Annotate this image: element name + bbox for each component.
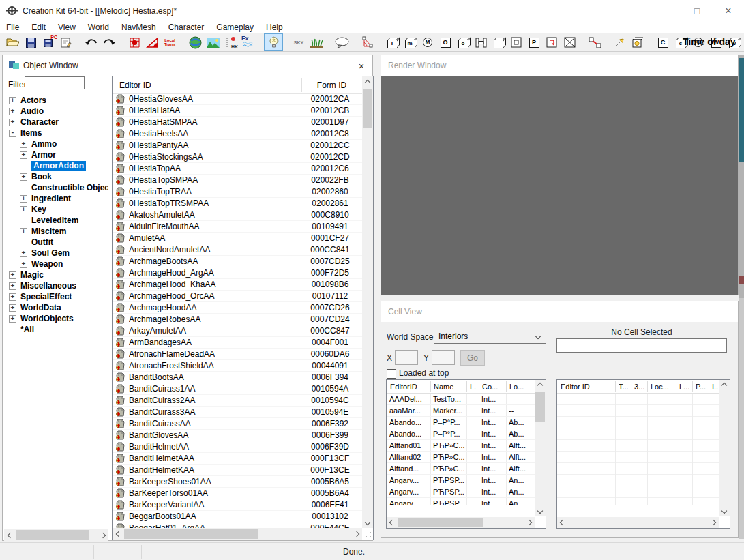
tree-item-miscitem[interactable]: +MiscItem — [4, 226, 108, 237]
save-pc-icon[interactable]: PC — [40, 34, 57, 50]
object-list-row[interactable]: BeggarHat01_ArgAA 000F44CE — [113, 522, 362, 528]
redo-icon[interactable] — [100, 34, 118, 50]
menu-item[interactable]: Edit — [25, 22, 52, 33]
expand-icon[interactable] — [20, 184, 27, 192]
object-list-row[interactable]: AlduinFireMouthAA 00109491 — [113, 221, 362, 233]
expand-icon[interactable]: + — [9, 119, 16, 126]
open-icon[interactable] — [4, 34, 22, 50]
object-list-row[interactable]: 0HestiaTopTRSMPAA 02002861 — [113, 198, 362, 209]
room-marker-icon[interactable] — [507, 34, 525, 50]
object-list-row[interactable]: ArchmageHoodAA 0007CD26 — [113, 302, 362, 314]
column-header-form-id[interactable]: Form ID — [301, 80, 362, 90]
object-list-row[interactable]: 0HestiaPantyAA 020012CC — [113, 140, 362, 151]
scroll-left-icon[interactable] — [387, 517, 398, 528]
world-space-dropdown[interactable]: Interiors — [434, 329, 546, 344]
tree-item-outfit[interactable]: Outfit — [4, 237, 108, 248]
expand-icon[interactable] — [20, 239, 27, 246]
go-button[interactable]: Go — [460, 350, 485, 366]
object-list-row[interactable]: 0HestiaGlovesAA 020012CA — [113, 93, 362, 105]
scrollbar-thumb[interactable] — [124, 529, 258, 539]
object-list-row[interactable]: ArchmageRobesAA 0007CD24 — [113, 314, 362, 325]
column-header[interactable]: 3... — [634, 383, 648, 391]
object-list-row[interactable]: BanditHelmetKAA 000F13CE — [113, 465, 362, 476]
object-list-row[interactable]: AtronachFlameDeadAA 00060DA6 — [113, 349, 362, 360]
column-header[interactable]: T... — [619, 383, 632, 391]
cell-row[interactable]: Alftand02 РЋР»С... Int... Alft... — [387, 452, 535, 463]
tree-item-ammo[interactable]: +Ammo — [4, 138, 108, 149]
object-list-row[interactable]: BanditCuirass1AA 0010594A — [113, 383, 362, 395]
scroll-up-icon[interactable] — [362, 76, 373, 88]
ref-list-vscrollbar[interactable] — [719, 380, 730, 516]
ref-list-hscrollbar[interactable] — [557, 517, 719, 528]
cell-row[interactable]: Abando... Р–Р°Р... Int... Ab... — [387, 428, 535, 440]
scroll-down-icon[interactable] — [719, 505, 730, 516]
expand-icon[interactable]: + — [9, 293, 16, 301]
expand-icon[interactable] — [20, 217, 27, 224]
object-list-row[interactable]: AtronachFrostShieldAA 00044091 — [113, 360, 362, 372]
tree-item-worlddata[interactable]: +WorldData — [4, 302, 108, 313]
object-list-row[interactable]: 0HestiaHeelsAA 020012C8 — [113, 128, 362, 140]
cell-filter-input[interactable] — [556, 338, 727, 353]
object-list-row[interactable]: BanditHelmetAA 0006F39D — [113, 441, 362, 453]
object-list-row[interactable]: 0HestiaTopAA 020012C6 — [113, 163, 362, 175]
box-m-icon[interactable]: m — [401, 34, 419, 50]
havok-icon[interactable]: HK — [222, 34, 239, 50]
menu-item[interactable]: Character — [162, 22, 211, 33]
expand-icon[interactable]: + — [9, 304, 16, 312]
box-o-icon[interactable]: o — [454, 34, 472, 50]
snap-angle-icon[interactable] — [143, 34, 161, 50]
object-list-row[interactable]: ArchmageHood_OrcAA 00107112 — [113, 291, 362, 302]
object-list-row[interactable]: AncientNordAmuletAA 000CC841 — [113, 244, 362, 256]
menu-item[interactable]: Gameplay — [210, 22, 260, 33]
minimize-button[interactable]: – — [650, 0, 681, 22]
scroll-right-icon[interactable] — [351, 528, 362, 540]
expand-icon[interactable]: + — [9, 315, 16, 323]
object-list-hscrollbar[interactable] — [113, 528, 362, 540]
portal-icon[interactable] — [472, 34, 490, 50]
tree-item-soul-gem[interactable]: +Soul Gem — [4, 248, 108, 259]
snap-grid-icon[interactable] — [125, 34, 143, 50]
undo-icon[interactable] — [83, 34, 100, 50]
scroll-up-icon[interactable] — [535, 380, 546, 391]
tree-item-leveleditem[interactable]: LeveledItem — [4, 215, 108, 226]
tree-item-specialeffect[interactable]: +SpecialEffect — [4, 291, 108, 302]
scrollbar-thumb[interactable] — [398, 518, 483, 527]
object-list-row[interactable]: BanditCuirass2AA 0010594C — [113, 395, 362, 407]
object-list-row[interactable]: 0HestiaHatAA 020012CB — [113, 105, 362, 117]
scrollbar-thumb[interactable] — [16, 530, 89, 540]
expand-icon[interactable]: + — [9, 271, 16, 279]
expand-icon[interactable]: + — [20, 228, 27, 235]
grass-icon[interactable] — [308, 34, 325, 50]
link-icon[interactable] — [586, 34, 604, 50]
cell-list-vscrollbar[interactable] — [535, 380, 546, 516]
menu-item[interactable]: NavMesh — [115, 22, 162, 33]
column-header[interactable]: P... — [696, 383, 709, 391]
column-header[interactable]: Lo... — [509, 383, 533, 391]
object-list-row[interactable]: BarKeeperVariantAA 0006FF41 — [113, 499, 362, 511]
tree-item-audio[interactable]: +Audio — [4, 106, 108, 117]
column-header-editor-id[interactable]: Editor ID — [119, 80, 151, 90]
cell-row[interactable]: Angarv... РЋРSР... Int... An... — [387, 486, 535, 498]
expand-icon[interactable]: + — [20, 261, 27, 268]
letter-o-icon[interactable]: O — [436, 34, 454, 50]
object-list-row[interactable]: AkatoshAmuletAA 000C8910 — [113, 209, 362, 221]
tree-item-weapon[interactable]: +Weapon — [4, 259, 108, 269]
object-list-row[interactable]: ArkayAmuletAA 000CC847 — [113, 325, 362, 337]
column-header[interactable]: Loc... — [651, 383, 676, 391]
object-list-row[interactable]: 0HestiaTopTRAA 02002860 — [113, 186, 362, 198]
expand-icon[interactable]: + — [9, 97, 16, 104]
expand-icon[interactable]: + — [20, 206, 27, 213]
local-transform-icon[interactable]: Local Trans — [161, 34, 179, 50]
tree-item-items[interactable]: -Items — [4, 128, 108, 138]
box-t-icon[interactable]: T — [383, 34, 401, 50]
heightmap-icon[interactable] — [358, 34, 376, 50]
cell-row[interactable]: aaaMar... Marker... Int... -- — [387, 405, 535, 417]
expand-icon[interactable]: + — [20, 141, 27, 148]
expand-icon[interactable] — [20, 162, 27, 170]
scroll-down-icon[interactable] — [362, 516, 373, 528]
object-list-row[interactable]: BanditBootsAA 0006F394 — [113, 372, 362, 383]
object-list-vscrollbar[interactable] — [362, 76, 373, 528]
menu-item[interactable]: Help — [260, 22, 289, 33]
tree-item-key[interactable]: +Key — [4, 204, 108, 215]
letter-c-icon[interactable]: C — [654, 34, 672, 50]
